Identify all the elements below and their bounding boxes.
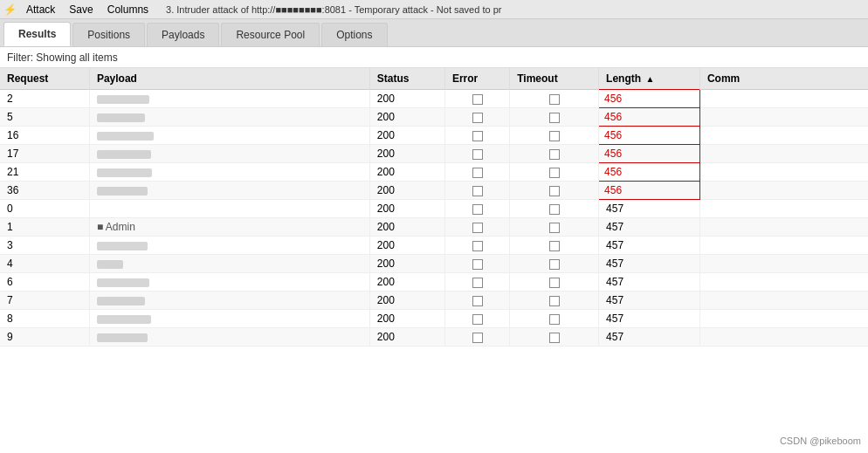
menu-columns[interactable]: Columns [104,2,152,17]
table-row[interactable]: 5200456 [0,108,868,127]
timeout-checkbox[interactable] [549,94,560,105]
cell-request: 17 [0,145,89,163]
cell-timeout [510,163,599,182]
cell-payload [89,200,369,218]
cell-payload [89,182,369,200]
cell-comment [699,90,868,108]
cell-error [444,163,509,182]
cell-status: 200 [369,328,444,347]
timeout-checkbox[interactable] [549,314,560,325]
cell-payload [89,273,369,292]
timeout-checkbox[interactable] [549,296,560,306]
tab-positions[interactable]: Positions [72,23,145,46]
results-table-container[interactable]: Request Payload Status Error Timeout Len… [0,68,868,453]
tab-results[interactable]: Results [3,22,71,46]
table-row[interactable]: 9200457 [0,328,868,347]
col-timeout[interactable]: Timeout [510,68,599,90]
payload-blur-icon [97,95,149,104]
timeout-checkbox[interactable] [549,186,560,196]
error-checkbox[interactable] [472,168,483,178]
cell-payload [89,90,369,108]
cell-payload [89,145,369,163]
error-checkbox[interactable] [472,296,483,306]
payload-blur-icon [97,113,145,122]
cell-timeout [510,310,599,328]
col-error[interactable]: Error [444,68,509,90]
cell-status: 200 [369,163,444,182]
cell-timeout [510,182,599,200]
error-checkbox[interactable] [472,241,483,251]
table-row[interactable]: 6200457 [0,273,868,292]
error-checkbox[interactable] [472,113,483,123]
col-length[interactable]: Length ▲ [599,68,700,90]
table-row[interactable]: 2200456 [0,90,868,108]
cell-timeout [510,292,599,310]
error-checkbox[interactable] [472,314,483,325]
col-status[interactable]: Status [369,68,444,90]
filter-label: Filter: Showing all items [7,51,118,64]
timeout-checkbox[interactable] [549,333,560,343]
table-row[interactable]: 4200457 [0,255,868,273]
tab-payloads[interactable]: Payloads [147,23,219,46]
table-row[interactable]: 1■ Admin200457 [0,218,868,237]
timeout-checkbox[interactable] [549,223,560,233]
table-row[interactable]: 0200457 [0,200,868,218]
timeout-checkbox[interactable] [549,131,560,141]
table-row[interactable]: 36200456 [0,182,868,200]
tab-resource-pool[interactable]: Resource Pool [221,23,320,46]
error-checkbox[interactable] [472,94,483,105]
cell-request: 16 [0,127,89,145]
cell-request: 6 [0,273,89,292]
cell-status: 200 [369,237,444,255]
error-checkbox[interactable] [472,186,483,196]
cell-comment [699,127,868,145]
cell-error [444,90,509,108]
cell-length: 457 [599,310,700,328]
cell-status: 200 [369,182,444,200]
table-header-row: Request Payload Status Error Timeout Len… [0,68,868,90]
cell-status: 200 [369,145,444,163]
table-row[interactable]: 21200456 [0,163,868,182]
error-checkbox[interactable] [472,333,483,343]
error-checkbox[interactable] [472,131,483,141]
timeout-checkbox[interactable] [549,113,560,123]
table-row[interactable]: 8200457 [0,310,868,328]
col-request[interactable]: Request [0,68,89,90]
error-checkbox[interactable] [472,223,483,233]
window-title: 3. Intruder attack of http://■■■■■■■■:80… [166,4,865,15]
cell-payload [89,237,369,255]
cell-status: 200 [369,255,444,273]
timeout-checkbox[interactable] [549,204,560,215]
cell-error [444,127,509,145]
cell-payload [89,127,369,145]
timeout-checkbox[interactable] [549,278,560,288]
error-checkbox[interactable] [472,149,483,160]
col-comment[interactable]: Comm [699,68,868,90]
table-row[interactable]: 16200456 [0,127,868,145]
error-checkbox[interactable] [472,259,483,270]
cell-length: 457 [599,328,700,347]
cell-request: 36 [0,182,89,200]
cell-length: 457 [599,237,700,255]
table-row[interactable]: 7200457 [0,292,868,310]
sort-arrow-length: ▲ [645,74,654,84]
table-row[interactable]: 17200456 [0,145,868,163]
table-row[interactable]: 3200457 [0,237,868,255]
cell-timeout [510,328,599,347]
menu-save[interactable]: Save [65,2,96,17]
timeout-checkbox[interactable] [549,149,560,160]
timeout-checkbox[interactable] [549,241,560,251]
timeout-checkbox[interactable] [549,259,560,270]
payload-blur-icon [97,260,123,269]
col-payload[interactable]: Payload [89,68,369,90]
error-checkbox[interactable] [472,278,483,288]
cell-status: 200 [369,218,444,237]
menu-attack[interactable]: Attack [23,2,59,17]
tab-options[interactable]: Options [321,23,387,46]
cell-error [444,310,509,328]
cell-payload [89,328,369,347]
cell-timeout [510,255,599,273]
cell-comment [699,328,868,347]
error-checkbox[interactable] [472,204,483,215]
timeout-checkbox[interactable] [549,168,560,178]
